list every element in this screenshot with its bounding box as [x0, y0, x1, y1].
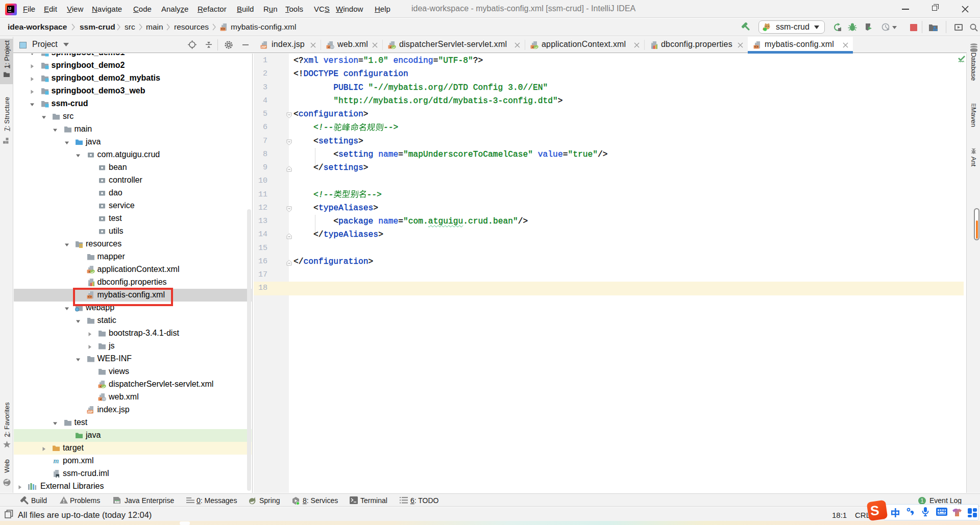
- svg-text:JSP: JSP: [87, 410, 92, 413]
- svg-text:<>: <>: [221, 28, 225, 31]
- svg-text:<: <: [328, 46, 330, 49]
- svg-text:m: m: [54, 457, 59, 465]
- svg-text:JSP: JSP: [261, 45, 266, 48]
- svg-text:<: <: [100, 397, 102, 401]
- svg-text:<>: <>: [754, 45, 758, 49]
